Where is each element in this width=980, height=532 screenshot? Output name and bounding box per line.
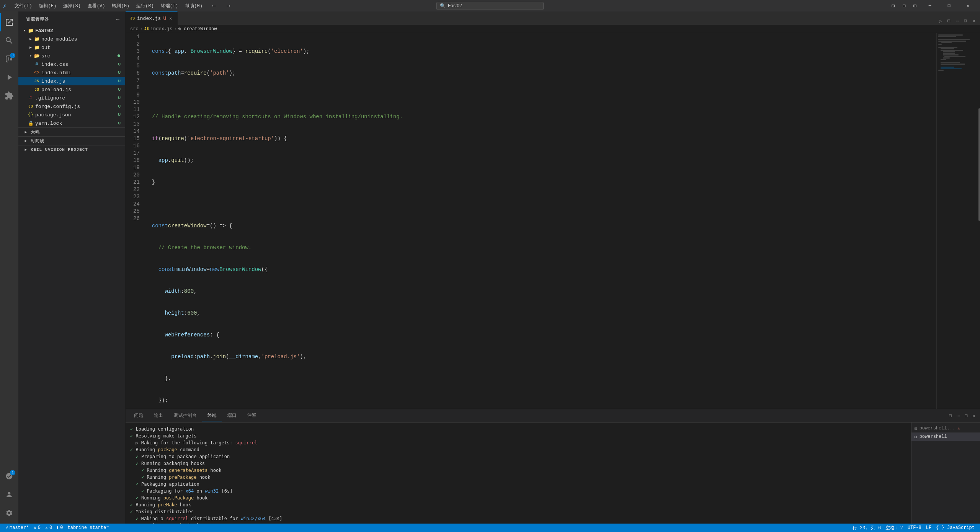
menu-goto[interactable]: 转到(G)	[109, 2, 132, 10]
menu-terminal[interactable]: 终端(T)	[158, 2, 181, 10]
terminal-line: ✓ Running postPackage hook	[130, 494, 906, 501]
error-count: 0	[38, 525, 41, 530]
maximize-button[interactable]: □	[940, 0, 958, 11]
status-info[interactable]: ℹ 0	[54, 524, 65, 532]
activity-extensions[interactable]	[0, 86, 18, 105]
panel-tab-debug-console[interactable]: 调试控制台	[168, 410, 202, 421]
status-position[interactable]: 行 23, 列 6	[850, 524, 883, 532]
section-keil-header[interactable]: ▶ KEIL UVISION PROJECT	[18, 145, 125, 154]
global-search-input[interactable]	[448, 3, 540, 8]
scrollbar-thumb[interactable]	[978, 108, 980, 221]
code-line-16: },	[152, 375, 929, 382]
close-button[interactable]: ✕	[959, 0, 977, 11]
menu-run[interactable]: 运行(R)	[133, 2, 157, 10]
panel-more-button[interactable]: ⋯	[955, 412, 961, 420]
status-warnings[interactable]: ⚠ 0	[43, 524, 54, 532]
file-badge: U	[118, 121, 125, 126]
tree-item-label: node_modules	[41, 36, 125, 42]
file-badge: U	[118, 70, 125, 75]
code-editor[interactable]: 12345 678910 1112131415 1617181920 21222…	[126, 33, 936, 409]
error-icon: ⊗	[33, 525, 36, 531]
status-tabnine[interactable]: tabnine starter	[65, 524, 111, 532]
tree-yarn-lock[interactable]: 🔒 yarn.lock U	[18, 119, 125, 127]
code-line-2: const path = require('path');	[152, 70, 929, 77]
activity-source-control[interactable]: 8	[0, 50, 18, 68]
terminal-instance-1[interactable]: ⊡ powershell... ⚠	[911, 424, 980, 432]
terminal-instance-2[interactable]: ⊡ powershell	[911, 432, 980, 441]
activity-accounts[interactable]	[0, 485, 18, 504]
menu-file[interactable]: 文件(F)	[11, 2, 35, 10]
tree-src[interactable]: ▾ 📂 src ●	[18, 52, 125, 60]
tree-node-modules[interactable]: ▶ 📁 node_modules	[18, 35, 125, 43]
status-branch[interactable]: ⑂ master*	[3, 524, 31, 532]
menu-view[interactable]: 查看(V)	[85, 2, 108, 10]
activity-bar: 8 1	[0, 11, 18, 524]
activity-remote[interactable]: 1	[0, 467, 18, 485]
branch-name: master*	[10, 525, 29, 530]
status-errors[interactable]: ⊗ 0	[31, 524, 42, 532]
breadcrumb-src[interactable]: src	[130, 26, 139, 32]
activity-run[interactable]	[0, 68, 18, 86]
language-label: { } JavaScript	[936, 525, 975, 530]
activity-search[interactable]	[0, 31, 18, 50]
tab-index-js[interactable]: JS index.js U ✕	[126, 11, 178, 25]
status-encoding[interactable]: UTF-8	[905, 524, 924, 532]
panel-maximize-button[interactable]: ⊡	[963, 412, 969, 420]
activity-explorer[interactable]	[0, 13, 18, 31]
more-actions-button[interactable]: ⋯	[954, 17, 960, 25]
breadcrumb-function[interactable]: ⊙ createWindow	[178, 26, 217, 32]
back-button[interactable]: ←	[208, 2, 220, 10]
terminal-output[interactable]: ✓ Loading configuration ✓ Resolving make…	[126, 423, 911, 524]
breadcrumb-file[interactable]: index.js	[150, 26, 173, 32]
close-editor-button[interactable]: ✕	[971, 17, 977, 25]
tree-root-fast02[interactable]: ▾ 📁 FAST02	[18, 26, 125, 35]
forward-button[interactable]: →	[222, 2, 235, 10]
minimize-button[interactable]: ─	[921, 0, 939, 11]
json-file-icon: {}	[28, 112, 34, 118]
code-lines[interactable]: const { app, BrowserWindow } = require('…	[144, 33, 936, 409]
run-button[interactable]: ▷	[938, 17, 944, 25]
global-search-bar[interactable]: 🔍	[436, 2, 544, 10]
layout-icon-3[interactable]: ⊞	[910, 2, 920, 10]
panel-close-button[interactable]: ✕	[971, 412, 977, 420]
sidebar-more-button[interactable]: ⋯	[116, 15, 121, 23]
panel-tab-problems[interactable]: 问题	[129, 410, 149, 421]
tree-forge-config[interactable]: JS forge.config.js U	[18, 102, 125, 111]
tree-out[interactable]: ▶ 📁 out	[18, 43, 125, 52]
section-daming-header[interactable]: ▶ 大鸣	[18, 128, 125, 136]
status-spaces[interactable]: 空格: 2	[883, 524, 905, 532]
sidebar-actions: ⋯	[116, 15, 121, 23]
section-timeline-header[interactable]: ▶ 时间线	[18, 137, 125, 145]
code-content[interactable]: 12345 678910 1112131415 1617181920 21222…	[126, 33, 936, 409]
status-eol[interactable]: LF	[924, 524, 934, 532]
editor-scrollbar[interactable]	[975, 33, 980, 409]
editor-with-minimap: 12345 678910 1112131415 1617181920 21222…	[126, 33, 980, 409]
app-icon: ✗	[3, 3, 9, 9]
panel-tab-ports[interactable]: 端口	[222, 410, 242, 421]
branch-icon: ⑂	[5, 525, 8, 530]
tree-gitignore[interactable]: # .gitignore U	[18, 94, 125, 102]
split-editor-button[interactable]: ⊟	[946, 17, 952, 25]
layout-icon-1[interactable]: ⊡	[889, 2, 898, 10]
tree-index-css[interactable]: # index.css U	[18, 60, 125, 69]
activity-settings[interactable]	[0, 504, 18, 522]
tab-close-button[interactable]: ✕	[168, 15, 173, 22]
tree-index-html[interactable]: <> index.html U	[18, 69, 125, 77]
tab-bar: JS index.js U ✕ ▷ ⊟ ⋯ ⊡ ✕	[126, 11, 980, 25]
menu-edit[interactable]: 编辑(E)	[36, 2, 60, 10]
panel-split-button[interactable]: ⊟	[947, 412, 953, 420]
panel-tab-comments[interactable]: 注释	[242, 410, 262, 421]
status-language[interactable]: { } JavaScript	[934, 524, 977, 532]
layout-button[interactable]: ⊡	[962, 17, 969, 25]
panel-tab-output[interactable]: 输出	[149, 410, 168, 421]
code-line-17: });	[152, 397, 929, 404]
tree-package-json[interactable]: {} package.json U	[18, 111, 125, 119]
menu-select[interactable]: 选择(S)	[60, 2, 84, 10]
tree-preload-js[interactable]: JS preload.js U	[18, 85, 125, 94]
tabnine-label: tabnine starter	[68, 525, 109, 530]
tree-index-js[interactable]: JS index.js U	[18, 77, 125, 85]
source-control-badge: 8	[10, 53, 15, 58]
panel-tab-terminal[interactable]: 终端	[202, 410, 222, 421]
layout-icon-2[interactable]: ⊟	[899, 2, 908, 10]
menu-help[interactable]: 帮助(H)	[182, 2, 206, 10]
